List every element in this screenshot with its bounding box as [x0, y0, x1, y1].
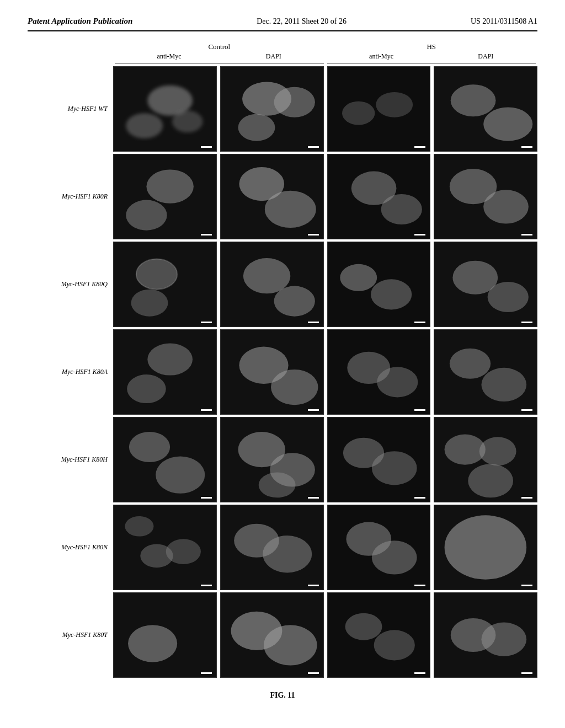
cell-image-2-4	[434, 154, 537, 239]
publication-date-sheet: Dec. 22, 2011 Sheet 20 of 26	[257, 17, 347, 26]
table-row: Myc-HSF1 K80H	[28, 417, 537, 502]
scale-bar	[201, 585, 212, 586]
sub-label-hs-anti-myc: anti-Myc	[369, 52, 393, 61]
svg-point-65	[125, 516, 153, 537]
cell-image-4-1	[113, 329, 217, 415]
group-label-control: Control	[208, 42, 230, 51]
svg-point-67	[166, 539, 201, 564]
svg-point-33	[340, 264, 377, 291]
scale-bar	[308, 497, 319, 499]
svg-point-51	[129, 432, 170, 462]
scale-bar	[308, 146, 319, 148]
svg-point-37	[488, 282, 529, 312]
cell-image-1-4	[434, 66, 537, 152]
scale-bar	[414, 672, 425, 674]
group-header-control: Control anti-Myc DAPI	[115, 42, 324, 63]
svg-point-49	[482, 368, 527, 402]
cell-image-6-1	[113, 505, 217, 590]
svg-point-48	[450, 349, 491, 379]
svg-point-34	[371, 279, 412, 309]
page: Patent Application Publication Dec. 22, …	[0, 0, 565, 728]
cell-image-5-2	[220, 417, 324, 502]
scale-bar	[308, 322, 319, 323]
cell-image-2-3	[327, 154, 431, 239]
svg-point-30	[243, 258, 290, 293]
page-header: Patent Application Publication Dec. 22, …	[28, 17, 537, 31]
svg-point-10	[376, 92, 413, 117]
svg-point-56	[258, 472, 295, 497]
table-row: Myc-HSF1 K80Q	[28, 242, 537, 327]
table-row: Myc-HSF1 WT	[28, 66, 537, 152]
svg-point-3	[172, 111, 203, 133]
svg-point-77	[128, 625, 177, 662]
svg-point-12	[451, 84, 496, 116]
cell-image-1-1	[113, 66, 217, 152]
svg-point-27	[136, 259, 177, 290]
figure-container: Control anti-Myc DAPI HS anti-Myc DAPI M…	[28, 42, 537, 700]
svg-point-9	[342, 101, 375, 125]
table-row: Myc-HSF1 K80A	[28, 329, 537, 415]
scale-bar	[521, 497, 532, 499]
scale-bar	[414, 322, 425, 323]
scale-bar	[308, 585, 319, 586]
svg-point-6	[274, 87, 315, 117]
svg-point-25	[483, 190, 529, 223]
row-label-5: Myc-HSF1 K80H	[28, 456, 113, 464]
row-label-6: Myc-HSF1 K80N	[28, 543, 113, 552]
cell-image-2-1	[113, 154, 217, 239]
microscopy-grid: Myc-HSF1 WT	[28, 66, 537, 680]
images-row-5	[113, 417, 537, 502]
svg-point-16	[126, 200, 167, 231]
images-row-3	[113, 242, 537, 327]
svg-point-19	[265, 191, 316, 228]
scale-bar	[521, 146, 532, 148]
svg-point-28	[131, 290, 168, 317]
svg-point-15	[146, 170, 193, 204]
svg-point-59	[371, 451, 417, 485]
svg-point-73	[371, 540, 417, 574]
sub-headers-hs: anti-Myc DAPI	[327, 52, 536, 61]
images-row-2	[113, 154, 537, 239]
cell-image-5-1	[113, 417, 217, 502]
cell-image-3-1	[113, 242, 217, 327]
svg-point-13	[483, 107, 532, 141]
cell-image-3-4	[434, 242, 537, 327]
svg-point-61	[445, 435, 486, 465]
scale-bar	[308, 409, 319, 411]
svg-point-63	[468, 464, 514, 497]
column-headers: Control anti-Myc DAPI HS anti-Myc DAPI	[113, 42, 537, 63]
svg-rect-81	[328, 593, 430, 677]
cell-image-3-2	[220, 242, 324, 327]
svg-point-31	[274, 286, 315, 317]
cell-image-7-4	[434, 592, 537, 678]
cell-image-4-3	[327, 329, 431, 415]
scale-bar	[308, 672, 319, 674]
scale-bar	[414, 146, 425, 148]
scale-bar	[414, 497, 425, 499]
row-label-4: Myc-HSF1 K80A	[28, 368, 113, 376]
cell-image-2-2	[220, 154, 324, 239]
scale-bar	[201, 497, 212, 499]
sub-label-control-anti-myc: anti-Myc	[157, 52, 182, 61]
scale-bar	[521, 234, 532, 235]
cell-image-7-2	[220, 592, 324, 678]
sub-headers-control: anti-Myc DAPI	[115, 52, 324, 61]
cell-image-6-3	[327, 505, 431, 590]
svg-point-22	[381, 194, 422, 224]
table-row: Myc-HSF1 K80T	[28, 592, 537, 678]
scale-bar	[414, 585, 425, 586]
scale-bar	[201, 234, 212, 235]
svg-point-86	[482, 623, 527, 656]
images-row-1	[113, 66, 537, 152]
figure-caption: FIG. 11	[270, 691, 295, 700]
scale-bar	[414, 234, 425, 235]
svg-point-2	[126, 113, 163, 138]
cell-image-5-3	[327, 417, 431, 502]
svg-point-83	[374, 630, 414, 660]
scale-bar	[521, 409, 532, 411]
cell-image-3-3	[327, 242, 431, 327]
table-row: Myc-HSF1 K80N	[28, 505, 537, 590]
scale-bar	[521, 672, 532, 674]
svg-point-70	[263, 536, 312, 572]
scale-bar	[521, 585, 532, 586]
